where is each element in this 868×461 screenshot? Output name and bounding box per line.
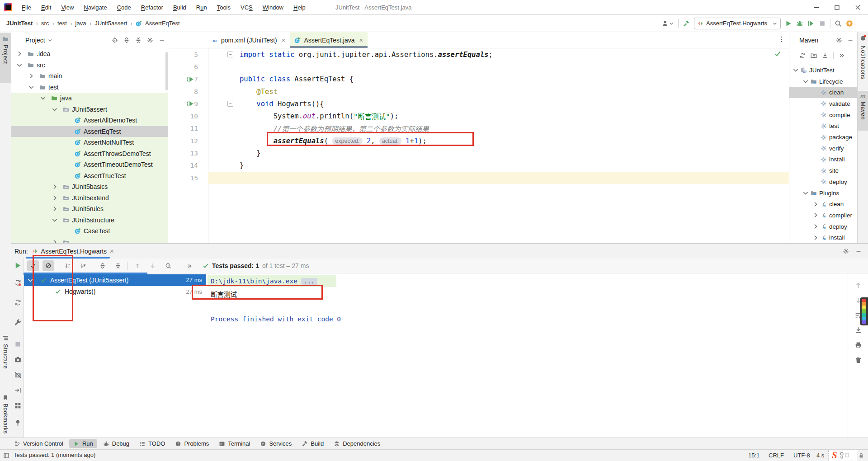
menu-navigate[interactable]: Navigate <box>80 3 111 12</box>
menu-build[interactable]: Build <box>169 3 190 12</box>
code-line-5[interactable]: 5−import static org.junit.jupiter.api.As… <box>168 48 789 61</box>
project-panel-title[interactable]: Project <box>25 37 45 44</box>
camera-icon[interactable] <box>14 356 22 363</box>
chevron-right-icon[interactable] <box>51 194 58 202</box>
clear-icon[interactable] <box>854 356 862 364</box>
toolwindow-button-services[interactable]: Services <box>256 439 296 448</box>
close-icon[interactable]: × <box>359 36 363 44</box>
fold-marker-icon[interactable]: − <box>227 52 233 57</box>
camera-off-icon[interactable] <box>14 371 22 379</box>
minimize-button[interactable] <box>806 0 826 14</box>
hide-icon[interactable] <box>855 248 862 254</box>
indent-setting[interactable]: 4 s <box>816 450 824 461</box>
toolwindow-button-build[interactable]: Build <box>297 439 328 448</box>
menu-vcs[interactable]: VCS <box>236 3 257 12</box>
maven-tree-item-site[interactable]: site <box>789 165 857 176</box>
maven-tree-item-compiler[interactable]: mcompiler <box>789 210 857 221</box>
project-tree-item-src[interactable]: src <box>11 60 168 71</box>
project-tree-item-AssertAllDemoTest[interactable]: CAssertAllDemoTest <box>11 115 168 126</box>
run-test-gutter-icon[interactable] <box>187 100 194 108</box>
rerun-failed-icon[interactable] <box>14 279 22 287</box>
stripe-tab-structure[interactable]: Structure <box>0 334 11 381</box>
expand-all-icon[interactable] <box>123 37 130 43</box>
maven-tree-item-package[interactable]: package <box>789 132 857 143</box>
gradient-play-icon[interactable] <box>857 20 864 27</box>
locate-icon[interactable] <box>112 37 118 43</box>
chevron-right-icon[interactable] <box>51 239 58 243</box>
breadcrumb-item[interactable]: java <box>75 20 86 27</box>
toolwindow-button-problems[interactable]: Problems <box>171 439 213 448</box>
sort-duration-icon[interactable] <box>77 260 89 271</box>
menu-code[interactable]: Code <box>113 3 135 12</box>
maven-tree-item-clean[interactable]: clean <box>789 87 857 98</box>
project-tree-item-AssertEqTest[interactable]: CAssertEqTest <box>11 126 168 137</box>
code-line-13[interactable]: 13 } <box>168 147 789 159</box>
project-tree-item-AssertTrueTest[interactable]: CAssertTrueTest <box>11 170 168 182</box>
maven-tree-item-deploy[interactable]: deploy <box>789 176 857 188</box>
maven-tree-item-validate[interactable]: validate <box>789 98 857 109</box>
coverage-icon[interactable] <box>807 20 815 27</box>
close-icon[interactable]: × <box>282 36 286 44</box>
editor-options-icon[interactable] <box>778 36 785 43</box>
toolwindow-button-todo[interactable]: TODO <box>135 439 169 448</box>
project-tree-item-JUnit5rules[interactable]: JUnit5rules <box>11 203 168 215</box>
more-chevrons-icon[interactable]: » <box>188 262 192 270</box>
more-chevrons-icon[interactable] <box>839 52 845 59</box>
pin-icon[interactable] <box>14 419 22 427</box>
project-tree-item-JUnit5extend[interactable]: JUnit5extend <box>11 193 168 204</box>
toolwindow-button-debug[interactable]: Debug <box>99 439 133 448</box>
chevron-right-icon[interactable] <box>51 183 58 190</box>
sync-folder-icon[interactable] <box>811 52 817 59</box>
menu-tools[interactable]: Tools <box>213 3 235 12</box>
menu-file[interactable]: File <box>18 3 35 12</box>
menu-run[interactable]: Run <box>192 3 211 12</box>
tool-windows-icon[interactable] <box>3 452 9 459</box>
rerun-icon[interactable] <box>14 262 22 269</box>
chevron-right-icon[interactable] <box>51 205 58 212</box>
file-encoding[interactable]: UTF-8 <box>793 450 810 461</box>
scroll-end-icon[interactable] <box>854 326 862 334</box>
project-tree-item-test[interactable]: test <box>11 82 168 93</box>
notifications-bell-icon[interactable] <box>859 35 867 42</box>
maven-tree-item-install[interactable]: minstall <box>789 232 857 244</box>
hide-icon[interactable] <box>847 37 854 43</box>
project-tree-item-main[interactable]: main <box>11 71 168 82</box>
debug-icon[interactable] <box>796 20 803 27</box>
import-test-icon[interactable] <box>14 386 22 394</box>
close-button[interactable] <box>847 0 868 14</box>
arrow-up-icon[interactable] <box>854 282 862 289</box>
editor-tab-asserteqtest-java[interactable]: CAssertEqTest.java× <box>290 32 368 48</box>
chevron-down-icon[interactable] <box>47 38 53 43</box>
search-icon[interactable] <box>835 20 842 27</box>
code-line-14[interactable]: 14} <box>168 160 789 172</box>
chevron-down-icon[interactable] <box>51 216 58 224</box>
code-line-6[interactable]: 6 <box>168 61 789 73</box>
project-tree-item-JUnit5assert[interactable]: JUnit5assert <box>11 104 168 115</box>
gear-icon[interactable] <box>147 37 153 43</box>
run-icon[interactable] <box>785 20 792 27</box>
menu-window[interactable]: Window <box>259 3 288 12</box>
maven-tree-item-lifecycle[interactable]: Lifecycle <box>789 76 857 87</box>
collapse-all-icon[interactable] <box>135 37 142 43</box>
breadcrumb-item[interactable]: src <box>41 20 49 27</box>
project-tree-item-AssertThrowsDemoTest[interactable]: CAssertThrowsDemoTest <box>11 148 168 160</box>
chevron-down-icon[interactable] <box>28 84 35 91</box>
inspections-ok-icon[interactable] <box>774 50 781 57</box>
update-icon[interactable] <box>846 20 853 27</box>
maven-tree-item-plugins[interactable]: Plugins <box>789 188 857 199</box>
maven-tree-item-install[interactable]: install <box>789 154 857 165</box>
maven-tree-item-test[interactable]: test <box>789 121 857 132</box>
user-widget[interactable] <box>661 20 674 27</box>
chevron-right-icon[interactable] <box>812 201 819 208</box>
chevron-right-icon[interactable] <box>812 223 819 230</box>
grid-icon[interactable] <box>14 402 22 409</box>
stripe-tab-project[interactable]: Project <box>0 33 11 83</box>
maven-tree-item-clean[interactable]: mclean <box>789 198 857 210</box>
project-tree-item-java[interactable]: java <box>11 93 168 104</box>
project-tree-item-AssertNotNullTest[interactable]: CAssertNotNullTest <box>11 137 168 148</box>
chevron-down-icon[interactable] <box>802 78 809 85</box>
toolwindow-button-dependencies[interactable]: Dependencies <box>330 439 384 448</box>
history-icon[interactable] <box>162 260 174 271</box>
project-tree-item-AssertTimeoutDemoTest[interactable]: CAssertTimeoutDemoTest <box>11 159 168 170</box>
fold-marker-icon[interactable]: − <box>227 101 233 107</box>
